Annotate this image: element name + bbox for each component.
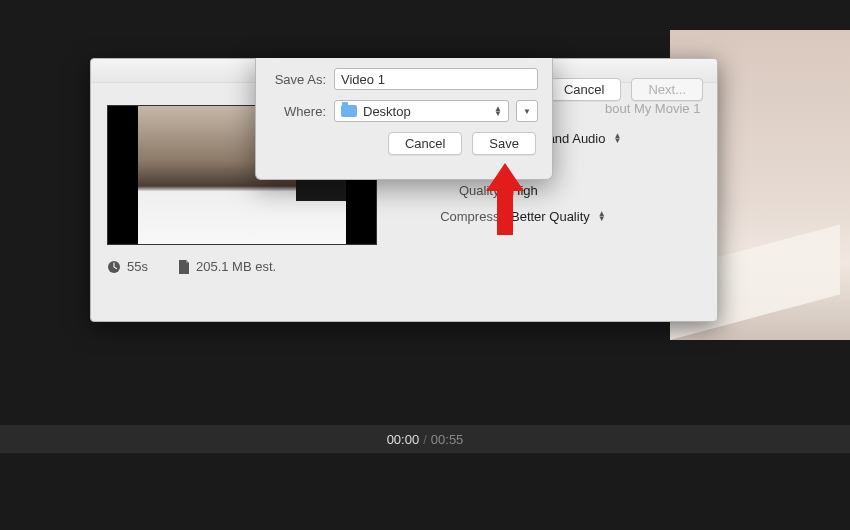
clock-icon: [107, 260, 121, 274]
where-value: Desktop: [363, 104, 411, 119]
chevron-down-icon: ▼: [523, 107, 531, 116]
time-current: 00:00: [387, 432, 420, 447]
file-icon: [178, 260, 190, 274]
save-as-label: Save As:: [270, 72, 326, 87]
duration-meta: 55s: [107, 259, 148, 274]
export-cancel-button[interactable]: Cancel: [547, 78, 621, 101]
quality-row: Quality: High: [413, 180, 700, 200]
chevron-updown-icon: ▲▼: [494, 106, 502, 116]
filesize-text: 205.1 MB est.: [196, 259, 276, 274]
save-sheet: Save As: Where: Desktop ▲▼ ▼ Cancel Save: [255, 58, 553, 180]
export-dialog-buttons: Cancel Next...: [547, 78, 703, 101]
app-stage: 00:00 / 00:55 File 55s: [0, 0, 850, 530]
sheet-cancel-button[interactable]: Cancel: [388, 132, 462, 155]
export-next-button[interactable]: Next...: [631, 78, 703, 101]
timeline-bar[interactable]: 00:00 / 00:55: [0, 425, 850, 453]
chevron-updown-icon[interactable]: ▲▼: [613, 133, 621, 143]
compress-label: Compress:: [413, 209, 503, 224]
save-sheet-buttons: Cancel Save: [270, 132, 536, 155]
compress-row: Compress: Better Quality ▲▼: [413, 206, 700, 226]
quality-value[interactable]: High: [511, 183, 538, 198]
time-separator: /: [423, 432, 427, 447]
save-as-row: Save As:: [270, 68, 538, 90]
where-row: Where: Desktop ▲▼ ▼: [270, 100, 538, 122]
quality-label: Quality:: [413, 183, 503, 198]
project-name: bout My Movie 1: [605, 101, 700, 116]
time-total: 00:55: [431, 432, 464, 447]
where-label: Where:: [270, 104, 326, 119]
folder-icon: [341, 105, 357, 117]
save-as-input[interactable]: [334, 68, 538, 90]
filesize-meta: 205.1 MB est.: [178, 259, 276, 274]
compress-value[interactable]: Better Quality: [511, 209, 590, 224]
thumbnail-meta: 55s 205.1 MB est.: [107, 259, 276, 274]
expand-button[interactable]: ▼: [516, 100, 538, 122]
chevron-updown-icon[interactable]: ▲▼: [598, 211, 606, 221]
where-select[interactable]: Desktop ▲▼: [334, 100, 509, 122]
sheet-save-button[interactable]: Save: [472, 132, 536, 155]
duration-text: 55s: [127, 259, 148, 274]
